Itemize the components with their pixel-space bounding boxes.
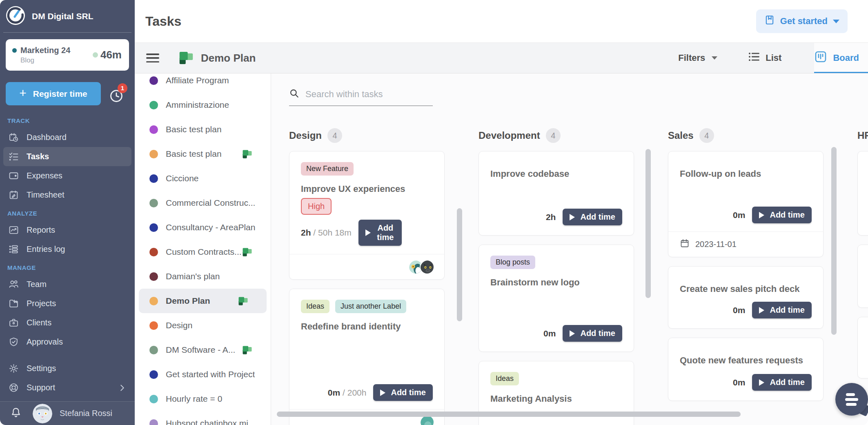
project-list-panel: Affiliate ProgramAmministrazioneBasic te… — [135, 73, 271, 425]
filters-dropdown[interactable]: Filters — [678, 53, 717, 63]
register-time-button[interactable]: + Register time — [6, 82, 101, 105]
sidebar-item-support[interactable]: Support — [3, 378, 131, 397]
get-started-button[interactable]: Get started — [756, 9, 848, 33]
task-card[interactable]: IdeasJust another LabelRedefine brand id… — [289, 289, 445, 425]
project-row[interactable]: Get started with Project — [135, 362, 271, 387]
project-row[interactable]: Amministrazione — [135, 93, 271, 117]
project-color-dot — [149, 199, 158, 207]
sidebar-item-approvals[interactable]: Approvals — [3, 332, 131, 352]
sales-column-scrollbar[interactable] — [831, 147, 837, 335]
time-logged: 0m / 200h — [328, 388, 367, 398]
sidebar-item-expenses[interactable]: Expenses — [3, 166, 131, 185]
bell-icon[interactable] — [10, 407, 22, 421]
board-area: Search within tasks Design4New FeatureIm… — [271, 73, 868, 425]
expenses-icon — [8, 170, 19, 181]
chevron-right-icon — [118, 383, 127, 392]
board-horizontal-scrollbar[interactable] — [277, 412, 741, 417]
project-list-toggle-icon[interactable] — [145, 52, 161, 64]
project-name: Get started with Project — [166, 369, 255, 379]
column-header: HR — [857, 127, 868, 144]
project-row[interactable]: Basic test plan — [135, 117, 271, 142]
user-name[interactable]: Stefania Rossi — [60, 409, 112, 418]
board-column-development: Development4Improve codebase2hAdd timeBl… — [479, 127, 634, 425]
add-time-button[interactable]: Add time — [373, 384, 433, 401]
sidebar-item-team[interactable]: Team — [3, 275, 131, 294]
task-card[interactable]: Quote new features requests0mAdd time — [668, 338, 823, 401]
planner-icon — [242, 247, 253, 258]
task-card[interactable]: Blog postsBrainstorm new logo0mAdd time — [479, 245, 634, 352]
project-row[interactable]: Damian's plan — [135, 264, 271, 289]
add-time-button[interactable]: Add time — [563, 325, 622, 342]
project-row[interactable]: Demo Plan — [139, 289, 267, 313]
planner-icon — [178, 50, 194, 66]
sidebar-item-entries-log[interactable]: Entries log — [3, 240, 131, 259]
tab-list-view[interactable]: List — [748, 43, 781, 73]
time-logged: 2h / 50h 18m — [301, 228, 352, 238]
column-header: Design4 — [289, 127, 445, 144]
project-row[interactable]: Custom Contracts... — [135, 240, 271, 264]
add-time-button[interactable]: Add time — [358, 220, 402, 246]
search-input[interactable]: Search within tasks — [289, 88, 433, 106]
timers-clock-button[interactable]: 1 — [109, 85, 125, 103]
card-labels: Ideas — [490, 372, 622, 385]
project-color-dot — [149, 76, 158, 85]
project-row[interactable]: Commercial Construc... — [135, 191, 271, 215]
project-row[interactable]: Hubspot chatinbox mi... — [135, 411, 271, 425]
sidebar: DM Digital SRL Marketing 24 Blog 46m + R… — [0, 0, 135, 425]
add-time-button[interactable]: Add time — [752, 207, 812, 223]
nav-section-label: ANALYZE — [3, 205, 131, 220]
column-count-badge: 4 — [546, 128, 561, 143]
project-name: Affiliate Program — [166, 76, 229, 85]
project-name: Ciccione — [166, 174, 199, 183]
project-row[interactable]: Hourly rate = 0 — [135, 387, 271, 411]
user-avatar[interactable] — [33, 404, 52, 423]
add-time-button[interactable]: Add time — [752, 302, 812, 318]
search-placeholder: Search within tasks — [305, 89, 383, 100]
sidebar-item-timesheet[interactable]: Timesheet — [3, 185, 131, 205]
task-card[interactable]: New FeatureImprove UX experiencesHigh2h … — [289, 151, 445, 280]
development-column-scrollbar[interactable] — [645, 149, 651, 298]
project-row[interactable]: Affiliate Program — [135, 73, 271, 93]
task-card[interactable]: Follow-up on leads0mAdd time2023-11-01 — [668, 151, 823, 257]
play-icon — [570, 330, 575, 337]
caret-down-icon — [833, 20, 839, 23]
sidebar-item-settings[interactable]: Settings — [3, 359, 131, 378]
entries-log-icon — [8, 244, 19, 255]
nav-section-label: MANAGE — [3, 259, 131, 275]
running-timer-widget[interactable]: Marketing 24 Blog 46m — [6, 39, 129, 71]
card-labels: IdeasJust another Label — [301, 300, 433, 313]
task-card[interactable]: Improve codebase2hAdd time — [479, 151, 634, 236]
project-name: Basic test plan — [166, 125, 222, 134]
project-name: Custom Contracts... — [166, 247, 242, 257]
sidebar-footer-nav: SettingsSupport — [0, 359, 135, 401]
book-icon — [764, 15, 775, 28]
sidebar-item-reports[interactable]: Reports — [3, 220, 131, 240]
task-card[interactable]: Create new sales pitch deck0mAdd time — [668, 266, 823, 329]
dashboard-icon — [8, 132, 19, 143]
divider — [3, 32, 131, 33]
column-cards: TPT — [857, 151, 868, 378]
task-card[interactable]: T — [857, 151, 868, 236]
sidebar-item-projects[interactable]: Projects — [3, 294, 131, 313]
project-row[interactable]: DM Software - A... — [135, 338, 271, 362]
add-time-button[interactable]: Add time — [752, 374, 812, 391]
tab-board-view[interactable]: Board — [814, 43, 868, 73]
task-card[interactable]: P — [857, 245, 868, 308]
sidebar-item-clients[interactable]: Clients — [3, 313, 131, 332]
project-row[interactable]: Ciccione — [135, 166, 271, 191]
time-row: 0mAdd time — [490, 325, 622, 342]
sidebar-item-tasks[interactable]: Tasks — [3, 147, 131, 166]
column-header: Development4 — [479, 127, 634, 144]
add-time-button[interactable]: Add time — [563, 209, 622, 225]
project-row[interactable]: Design — [135, 313, 271, 338]
column-title: Development — [479, 130, 540, 141]
task-card[interactable]: T — [857, 317, 868, 378]
chat-support-button[interactable] — [835, 383, 868, 416]
project-name: Commercial Construc... — [166, 198, 255, 208]
design-column-scrollbar[interactable] — [457, 208, 462, 321]
time-logged: 2h — [546, 212, 556, 222]
project-row[interactable]: Basic test plan — [135, 142, 271, 166]
project-row[interactable]: Consultancy - AreaPlan — [135, 215, 271, 240]
column-cards: Improve codebase2hAdd timeBlog postsBrai… — [479, 151, 634, 425]
sidebar-item-dashboard[interactable]: Dashboard — [3, 128, 131, 147]
